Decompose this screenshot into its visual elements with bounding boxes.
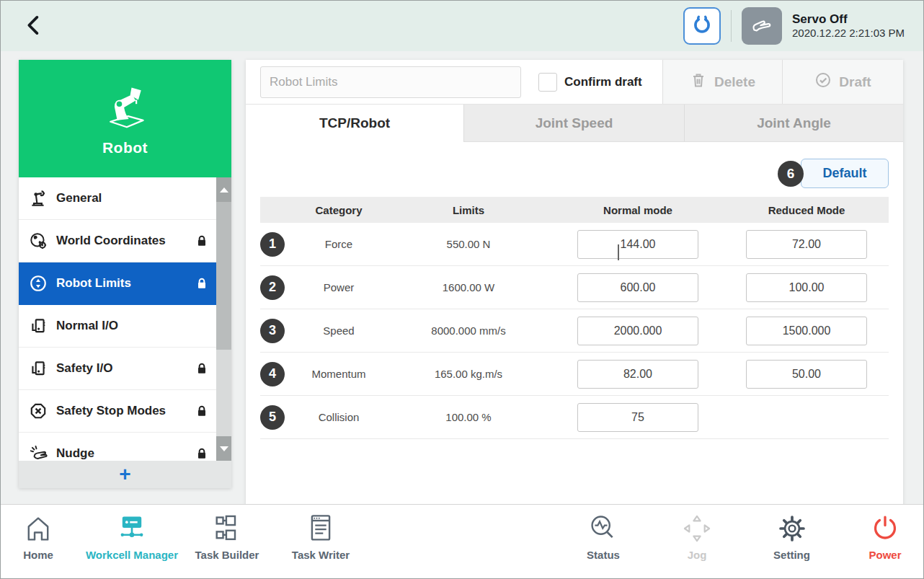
sidebar-header-robot[interactable]: Robot [19,60,231,177]
sidebar-scrollbar[interactable] [216,177,231,461]
nav-label: Power [869,549,901,561]
delete-button[interactable]: Delete [662,60,782,104]
nav-label: Status [587,549,620,561]
category-cell: Force [292,238,386,250]
limits-circle-icon [29,274,48,293]
limits-name-input[interactable] [260,66,521,98]
col-category: Category [292,204,386,216]
table-header: Category Limits Normal mode Reduced Mode [260,197,889,223]
triangle-up-icon [220,187,228,193]
limit-cell: 165.00 kg.m/s [386,368,551,380]
delete-label: Delete [714,74,755,90]
speed-normal-input[interactable] [577,317,698,345]
confirm-draft-label: Confirm draft [564,75,642,89]
col-normal-mode: Normal mode [551,204,724,216]
sidebar-item-label: Safety I/O [56,361,112,376]
speed-reduced-input[interactable] [746,317,867,345]
app-screen: Servo Off 2020.12.22 2:21:03 PM Robot [0,0,924,579]
step-badge-2: 2 [260,275,285,300]
power-reduced-input[interactable] [746,273,867,302]
io-port-icon [29,359,48,378]
momentum-reduced-input[interactable] [746,360,867,389]
scrollbar-down-button[interactable] [216,436,231,461]
plus-icon: + [119,464,130,485]
status-scope-icon [587,512,619,545]
nav-item-task-builder[interactable]: Task Builder [187,512,267,561]
table-row-momentum: 4 Momentum 165.00 kg.m/s [260,353,889,396]
nav-item-status[interactable]: Status [561,512,645,561]
trash-icon [690,71,707,92]
home-icon [22,512,54,545]
confirm-draft-group: Confirm draft [538,60,642,105]
nav-label: Home [23,549,53,561]
table-row-power: 2 Power 1600.00 W [260,266,889,309]
momentum-normal-input[interactable] [577,360,698,389]
jog-dpad-icon [681,512,713,545]
power-normal-input[interactable] [577,273,698,302]
tab-label: Joint Angle [757,115,831,131]
sidebar-item-general[interactable]: General [19,177,231,220]
sidebar-item-safety-io[interactable]: Safety I/O [19,348,231,390]
back-chevron-icon [22,13,47,40]
collision-normal-input[interactable] [577,403,698,432]
servo-timestamp: 2020.12.22 2:21:03 PM [792,27,905,40]
add-workcell-button[interactable]: + [19,461,231,488]
sidebar-item-label: Nudge [56,446,94,461]
gripper-icon [691,14,713,38]
nav-item-task-writer[interactable]: Task Writer [279,512,363,561]
scrollbar-up-button[interactable] [216,177,231,202]
back-button[interactable] [19,11,50,41]
servo-status-text: Servo Off [792,12,905,27]
sidebar-item-robot-limits[interactable]: Robot Limits [19,262,231,305]
lock-icon [194,403,210,419]
hand-guide-button[interactable] [742,7,782,45]
confirm-draft-checkbox[interactable] [538,73,557,92]
nav-item-workcell-manager[interactable]: Workcell Manager [76,512,188,561]
default-row: 6 Default [778,159,889,188]
sidebar-item-label: Robot Limits [56,276,131,291]
step-badge-1: 1 [260,232,285,257]
tab-tcp-robot[interactable]: TCP/Robot [246,105,463,142]
nav-label: Task Builder [195,549,259,561]
scrollbar-thumb[interactable] [216,202,231,350]
tab-label: Joint Speed [536,115,613,131]
limit-cell: 1600.00 W [386,281,551,293]
default-button[interactable]: Default [801,159,889,188]
workcell-sidebar: Robot General [19,60,231,488]
limit-cell: 8000.000 mm/s [386,324,551,337]
nav-item-power[interactable]: Power [845,512,924,561]
sidebar-item-label: Safety Stop Modes [56,404,166,418]
robot-arm-icon [100,81,151,133]
gripper-tool-button[interactable] [683,7,721,45]
text-caret [618,244,619,260]
nav-item-jog[interactable]: Jog [655,512,739,561]
document-icon [305,512,337,545]
category-cell: Momentum [292,368,386,380]
table-row-speed: 3 Speed 8000.000 mm/s [260,309,889,353]
limits-tabs: TCP/Robot Joint Speed Joint Angle [246,105,903,142]
sidebar-item-label: World Coordinates [56,234,166,248]
force-reduced-input[interactable] [746,230,867,259]
sidebar-menu: General World Coordinates [19,177,231,488]
nav-item-home[interactable]: Home [9,512,67,561]
robot-arm-mini-icon [29,189,48,208]
lock-icon [194,233,210,249]
sidebar-item-normal-io[interactable]: Normal I/O [19,305,231,348]
nav-item-setting[interactable]: Setting [750,512,833,561]
category-cell: Collision [292,411,386,423]
step-badge-3: 3 [260,319,285,343]
tab-label: TCP/Robot [319,115,390,131]
tab-joint-speed[interactable]: Joint Speed [463,105,684,142]
sidebar-item-safety-stop-modes[interactable]: Safety Stop Modes [19,390,231,433]
bottom-navigation: Home Workcell Manager [1,504,923,578]
force-normal-input[interactable] [577,230,698,259]
lock-icon [194,446,210,461]
check-circle-icon [814,71,832,92]
blocks-icon [211,512,243,545]
nav-label: Jog [688,549,707,561]
gear-icon [776,512,808,545]
sidebar-item-world-coordinates[interactable]: World Coordinates [19,220,231,262]
tab-joint-angle[interactable]: Joint Angle [684,105,903,142]
lock-icon [194,275,210,291]
draft-button[interactable]: Draft [782,60,903,104]
